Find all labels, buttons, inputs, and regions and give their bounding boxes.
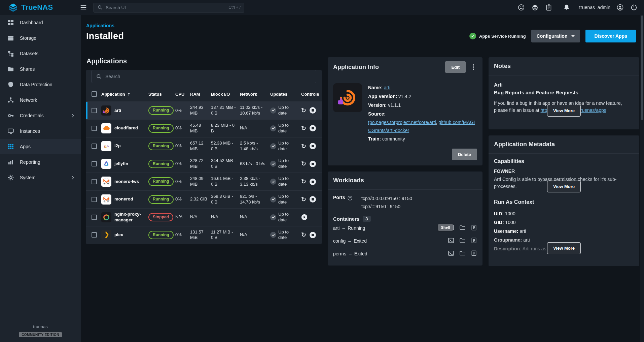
row-select-cell: [86, 119, 100, 137]
hamburger-menu-icon[interactable]: [79, 3, 87, 11]
column-header-network[interactable]: Network: [238, 87, 269, 102]
app-name-link[interactable]: arti: [384, 85, 390, 90]
row-checkbox[interactable]: [92, 215, 97, 220]
app-name: arti: [114, 108, 121, 114]
sidebar-item-apps[interactable]: Apps: [0, 139, 81, 154]
column-header-status[interactable]: Status: [147, 87, 174, 102]
capabilities-view-more-button[interactable]: View More: [547, 181, 581, 192]
app-row-plex[interactable]: plexRunning0%131.57 MiB11.27 MiB - 0 BN/…: [86, 226, 322, 244]
app-row-nginx-proxy-manager[interactable]: nginx-proxy-managerStoppedN/AN/AN/AN/AUp…: [86, 208, 322, 226]
sidebar-item-datasets[interactable]: Datasets: [0, 46, 81, 61]
sidebar-item-system[interactable]: System: [0, 170, 81, 185]
restart-button[interactable]: ↻: [301, 196, 306, 203]
start-button[interactable]: [301, 214, 308, 220]
row-select-cell: [86, 155, 100, 173]
version-label: Version:: [368, 102, 387, 108]
breadcrumb[interactable]: Applications: [86, 23, 114, 28]
power-icon[interactable]: [630, 3, 638, 11]
row-select-cell: [86, 137, 100, 155]
jobs-clipboard-icon[interactable]: [545, 3, 553, 11]
restart-button[interactable]: ↻: [301, 143, 306, 149]
app-row-cloudflared[interactable]: cloudflaredRunning0%45.48 MiB8.23 MiB - …: [86, 119, 322, 137]
source-link[interactable]: tpo.pages.torproject.net/core/arti: [368, 120, 436, 125]
row-checkbox[interactable]: [92, 108, 97, 113]
stop-button[interactable]: [310, 179, 316, 185]
row-checkbox[interactable]: [92, 126, 97, 131]
sidebar-item-label: Credentials: [20, 113, 44, 118]
restart-button[interactable]: ↻: [301, 125, 306, 131]
container-logs-button[interactable]: [471, 237, 477, 245]
stop-button[interactable]: [310, 107, 316, 114]
column-header-cpu[interactable]: CPU: [174, 87, 188, 102]
sidebar-item-credentials[interactable]: Credentials: [0, 108, 81, 123]
sidebar-item-dashboard[interactable]: Dashboard: [0, 15, 81, 30]
stop-button[interactable]: [310, 232, 316, 238]
terminal-icon: [448, 237, 454, 244]
update-label: Up to date: [278, 141, 298, 152]
app-row-arti[interactable]: artiRunning0%244.93 MiB137.31 MiB - 0 B1…: [86, 102, 322, 120]
app-row-monerod[interactable]: monerodRunning0%2.32 GiB369.3 GiB - 0 B9…: [86, 190, 322, 208]
column-header-application[interactable]: Application: [100, 87, 147, 102]
stop-button[interactable]: [310, 125, 316, 131]
runas-view-more-button[interactable]: View More: [547, 242, 581, 254]
dashboard-icon: [7, 19, 14, 26]
sidebar-item-storage[interactable]: Storage: [0, 30, 81, 46]
column-header-controls[interactable]: Controls: [299, 87, 322, 102]
global-search[interactable]: Ctrl + /: [94, 3, 244, 12]
sidebar-item-shares[interactable]: Shares: [0, 61, 81, 77]
alerts-bell-icon[interactable]: [563, 3, 571, 11]
edit-button[interactable]: Edit: [445, 61, 466, 73]
container-volumes-button[interactable]: [459, 224, 466, 232]
row-checkbox[interactable]: [92, 179, 97, 184]
sidebar-item-instances[interactable]: Instances: [0, 123, 81, 139]
discover-apps-button[interactable]: Discover Apps: [585, 30, 636, 42]
restart-button[interactable]: ↻: [301, 232, 306, 238]
row-checkbox[interactable]: [92, 144, 97, 149]
restart-icon: ↻: [301, 143, 306, 149]
apps-search-input[interactable]: [105, 74, 312, 79]
stop-button[interactable]: [310, 161, 316, 167]
column-header-ram[interactable]: RAM: [188, 87, 209, 102]
column-header-updates[interactable]: Updates: [269, 87, 299, 102]
sidebar-item-label: Instances: [20, 128, 40, 134]
truenas-logo[interactable]: TrueNAS: [0, 3, 75, 12]
app-row-monero-lws[interactable]: monero-lwsRunning0%248.09 MiB16.61 MiB -…: [86, 173, 322, 191]
row-checkbox[interactable]: [92, 197, 97, 202]
select-all-checkbox[interactable]: [92, 91, 97, 97]
user-avatar-icon[interactable]: [616, 3, 624, 11]
restart-button[interactable]: ↻: [301, 161, 306, 167]
sidebar-item-data-protection[interactable]: Data Protection: [0, 77, 81, 92]
stop-button[interactable]: [310, 143, 316, 149]
network-icon: [7, 97, 14, 103]
app-name: monerod: [114, 196, 133, 202]
truecommand-layers-icon[interactable]: [531, 3, 539, 11]
container-logs-button[interactable]: [471, 250, 477, 257]
app-row-i2p[interactable]: I2Pi2pRunning0%657.12 MiB52.38 MiB - 0 B…: [86, 137, 322, 155]
feedback-smiley-icon[interactable]: [517, 3, 525, 11]
help-icon[interactable]: ?: [347, 195, 353, 201]
apps-table: ApplicationStatusCPURAMBlock I/ONetworkU…: [86, 87, 322, 244]
app-row-jellyfin[interactable]: jellyfinRunning0%328.72 MiB344.52 MiB - …: [86, 155, 322, 173]
apps-search[interactable]: [92, 70, 316, 83]
container-shell-button[interactable]: [448, 237, 454, 245]
sidebar-item-network[interactable]: Network: [0, 92, 81, 108]
configuration-button[interactable]: Configuration: [531, 30, 580, 42]
notes-view-more-button[interactable]: View More: [547, 105, 581, 117]
stop-button[interactable]: [310, 196, 316, 203]
restart-button[interactable]: ↻: [301, 107, 306, 114]
container-volumes-button[interactable]: [459, 237, 466, 245]
scrollbar-thumb[interactable]: [641, 15, 643, 120]
row-checkbox[interactable]: [92, 161, 97, 166]
global-search-input[interactable]: [106, 5, 225, 10]
container-shell-button[interactable]: [448, 250, 454, 257]
delete-button[interactable]: Delete: [452, 149, 477, 160]
sidebar-item-reporting[interactable]: Reporting: [0, 154, 81, 170]
container-logs-button[interactable]: [471, 224, 477, 232]
column-header-block-i-o[interactable]: Block I/O: [209, 87, 238, 102]
scrollbar[interactable]: [640, 15, 644, 342]
row-checkbox[interactable]: [92, 232, 97, 238]
column-label: Application: [101, 92, 125, 97]
container-volumes-button[interactable]: [459, 250, 466, 257]
restart-button[interactable]: ↻: [301, 179, 306, 185]
kebab-menu-icon[interactable]: [470, 63, 477, 71]
